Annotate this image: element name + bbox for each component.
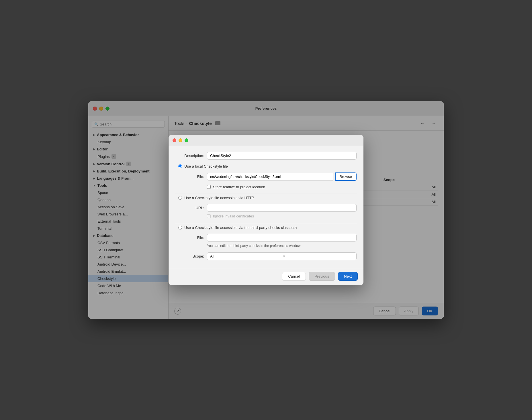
http-radio-row: Use a Checkstyle file accessible via HTT… bbox=[175, 196, 357, 200]
store-relative-label: Store relative to project location bbox=[213, 185, 265, 189]
local-file-radio-row: Use a local Checkstyle file bbox=[175, 164, 357, 168]
scope-label: Scope: bbox=[178, 254, 204, 258]
ignore-cert-row: Ignore invalid certificates bbox=[207, 214, 357, 218]
url-input[interactable] bbox=[207, 204, 357, 212]
file-row: File: Browse bbox=[175, 172, 357, 181]
modal-titlebar bbox=[169, 135, 363, 146]
modal-footer: Cancel Previous Next bbox=[169, 269, 363, 285]
scope-dropdown[interactable]: All ▼ bbox=[207, 252, 357, 260]
modal-next-button[interactable]: Next bbox=[338, 272, 358, 281]
classpath-label: Use a Checkstyle file accessible via the… bbox=[184, 225, 297, 230]
modal-minimize-button[interactable] bbox=[179, 138, 182, 142]
ignore-cert-label: Ignore invalid certificates bbox=[213, 214, 254, 218]
modal-close-button[interactable] bbox=[173, 138, 176, 142]
file-label: File: bbox=[178, 174, 204, 179]
modal-previous-button[interactable]: Previous bbox=[309, 272, 335, 281]
ignore-cert-checkbox[interactable] bbox=[207, 214, 211, 218]
scope-value: All bbox=[210, 254, 281, 258]
description-input[interactable] bbox=[207, 152, 357, 160]
modal-cancel-button[interactable]: Cancel bbox=[282, 272, 306, 281]
local-file-radio[interactable] bbox=[178, 164, 182, 168]
divider bbox=[175, 193, 357, 193]
file-input-wrap: Browse bbox=[207, 172, 357, 181]
local-file-label: Use a local Checkstyle file bbox=[184, 164, 228, 168]
classpath-file-input[interactable] bbox=[207, 234, 357, 242]
dropdown-arrow-icon: ▼ bbox=[283, 255, 353, 258]
modal-dialog: Description: Use a local Checkstyle file… bbox=[169, 135, 363, 285]
classpath-file-row: File: bbox=[175, 234, 357, 242]
browse-button[interactable]: Browse bbox=[335, 172, 357, 181]
modal-overlay: Description: Use a local Checkstyle file… bbox=[88, 101, 444, 319]
file-input[interactable] bbox=[207, 173, 333, 180]
store-relative-checkbox[interactable] bbox=[207, 185, 211, 189]
classpath-radio[interactable] bbox=[178, 226, 182, 229]
description-label: Description: bbox=[175, 154, 204, 158]
url-label: URL: bbox=[178, 206, 204, 210]
scope-row: Scope: All ▼ bbox=[175, 252, 357, 260]
classpath-radio-row: Use a Checkstyle file accessible via the… bbox=[175, 225, 357, 230]
store-relative-row: Store relative to project location bbox=[207, 185, 357, 189]
url-row: URL: bbox=[175, 204, 357, 212]
divider bbox=[175, 223, 357, 223]
modal-maximize-button[interactable] bbox=[185, 138, 188, 142]
http-radio[interactable] bbox=[178, 196, 182, 200]
modal-body: Description: Use a local Checkstyle file… bbox=[169, 146, 363, 269]
main-window: Preferences 🔍 ▶ Appearance & Behavior Ke… bbox=[88, 101, 444, 319]
http-label: Use a Checkstyle file accessible via HTT… bbox=[184, 196, 254, 200]
description-row: Description: bbox=[175, 152, 357, 160]
hint-text: You can edit the third-party checks in t… bbox=[207, 244, 357, 248]
classpath-file-label: File: bbox=[178, 235, 204, 240]
